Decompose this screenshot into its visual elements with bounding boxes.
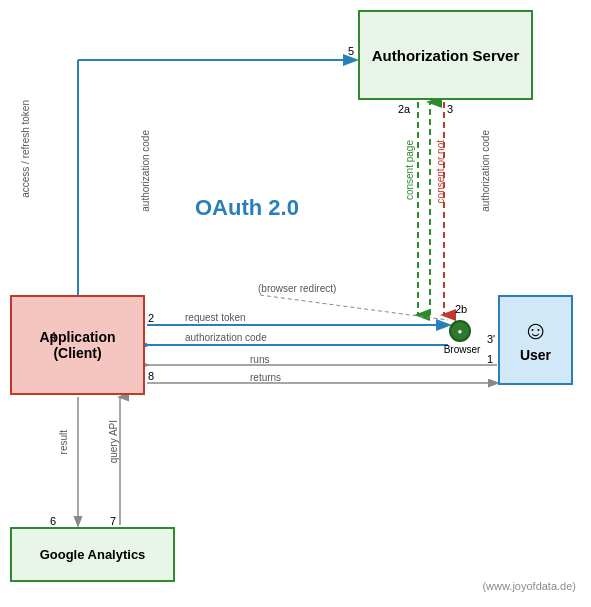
step-2a: 2a (398, 103, 410, 115)
user-icon: ☺ (522, 317, 549, 343)
step-3: 3 (447, 103, 453, 115)
step-1: 1 (487, 353, 493, 365)
auth-code-right-label: authorization code (480, 130, 491, 212)
returns-label: returns (250, 372, 281, 383)
application-box: Application(Client) (10, 295, 145, 395)
step-4: 4 (50, 330, 56, 342)
step-7: 7 (110, 515, 116, 527)
request-token-label: request token (185, 312, 246, 323)
access-refresh-label: access / refresh token (20, 100, 31, 198)
step-5: 5 (348, 45, 354, 57)
step-6: 6 (50, 515, 56, 527)
consent-page-label: consent page (404, 140, 415, 200)
browser-dot: ● (449, 320, 471, 342)
auth-server-box: Authorization Server (358, 10, 533, 100)
step-3p: 3' (487, 333, 495, 345)
svg-line-9 (260, 295, 448, 320)
browser-redirect-label: (browser redirect) (258, 283, 336, 294)
auth-code-vert-label: authorization code (140, 130, 151, 212)
step-2b: 2b (455, 303, 467, 315)
runs-label: runs (250, 354, 269, 365)
step-2: 2 (148, 312, 154, 324)
google-label: Google Analytics (40, 547, 146, 562)
query-api-label: query API (108, 420, 119, 463)
user-box: ☺ User (498, 295, 573, 385)
auth-server-label: Authorization Server (372, 47, 520, 64)
user-label: User (520, 347, 551, 363)
consent-or-not-label: consent or not (435, 140, 446, 203)
result-label: result (58, 430, 69, 454)
footer-text: (www.joyofdata.de) (482, 580, 576, 592)
browser-label: Browser (437, 344, 487, 355)
oauth-label: OAuth 2.0 (195, 195, 299, 221)
step-8: 8 (148, 370, 154, 382)
google-analytics-box: Google Analytics (10, 527, 175, 582)
diagram-container: Authorization Server Application(Client)… (0, 0, 591, 607)
auth-code-horiz-label: authorization code (185, 332, 267, 343)
